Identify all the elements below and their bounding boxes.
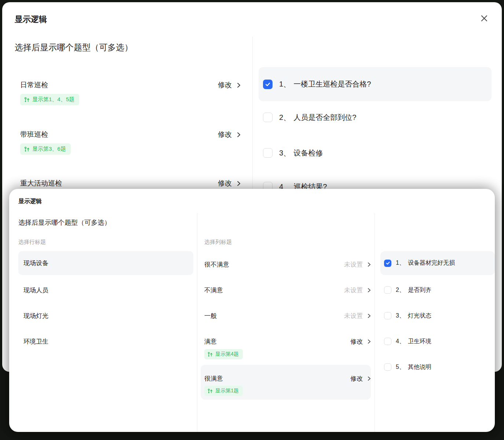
close-button[interactable]	[479, 13, 489, 23]
question-item[interactable]: 1、 一楼卫生巡检是否合格?	[263, 67, 371, 101]
unset-button[interactable]: 未设置	[344, 312, 371, 320]
question-number: 4、	[396, 338, 405, 345]
question-label: 5、 其他说明	[396, 363, 431, 371]
question-label: 1、 设备器材完好无损	[396, 259, 455, 267]
question-number: 3、	[279, 148, 291, 158]
question-text: 卫生环境	[408, 338, 431, 345]
question-label: 1、 一楼卫生巡检是否合格?	[279, 79, 371, 89]
question-item[interactable]: 2、 人员是否全部到位?	[263, 108, 356, 127]
col-item[interactable]: 不满意 未设置	[204, 285, 371, 295]
question-number: 2、	[396, 286, 405, 294]
dialog-title: 显示逻辑	[15, 14, 47, 25]
question-item[interactable]: 4、 卫生环境	[384, 336, 431, 346]
modify-button[interactable]: 修改	[350, 337, 371, 346]
question-label: 2、 人员是否全部到位?	[279, 113, 356, 122]
question-item[interactable]: 3、 设备检修	[263, 143, 323, 162]
chevron-right-icon	[237, 82, 241, 88]
column-divider	[197, 213, 197, 432]
unset-button[interactable]: 未设置	[344, 286, 371, 294]
display-logic-dialog-front: 显示逻辑 选择后显示哪个题型（可多选） 选择行标题 现场设备 现场人员 现场灯光…	[9, 189, 495, 432]
col-item[interactable]: 一般 未设置	[204, 311, 371, 321]
checkbox-unchecked[interactable]	[263, 113, 273, 122]
modify-button[interactable]: 修改	[218, 130, 241, 139]
branch-icon	[207, 388, 213, 394]
row-item[interactable]: 环境卫生	[23, 336, 48, 346]
chevron-right-icon	[237, 132, 241, 138]
logic-badge: 显示第1题	[204, 386, 243, 396]
col-item[interactable]: 满意 修改	[204, 336, 371, 346]
question-label: 2、 是否到齐	[396, 286, 431, 294]
badge-text: 显示第4题	[215, 351, 239, 358]
branch-icon	[207, 352, 213, 357]
unset-label: 未设置	[344, 260, 363, 269]
row-item-label: 环境卫生	[23, 337, 48, 346]
unset-button[interactable]: 未设置	[344, 260, 371, 269]
question-item[interactable]: 1、 设备器材完好无损	[384, 251, 455, 275]
row-item[interactable]: 现场人员	[23, 285, 48, 295]
row-item[interactable]: 现场灯光	[23, 311, 48, 321]
row-item-label: 现场灯光	[23, 312, 48, 320]
column-divider	[375, 213, 375, 432]
col-item[interactable]: 很不满意 未设置	[204, 259, 371, 270]
checkbox-unchecked[interactable]	[384, 312, 391, 319]
question-text: 灯光状态	[408, 312, 431, 320]
question-item[interactable]: 5、 其他说明	[384, 362, 431, 372]
question-number: 3、	[396, 312, 405, 320]
question-label: 3、 灯光状态	[396, 312, 431, 320]
chevron-right-icon	[237, 181, 241, 186]
modify-button[interactable]: 修改	[350, 374, 371, 383]
modify-label: 修改	[350, 374, 363, 383]
chevron-right-icon	[368, 262, 371, 267]
row-item-selected[interactable]: 现场设备	[18, 251, 193, 275]
badge-text: 显示第3、6题	[32, 146, 66, 153]
option-label: 带班巡检	[20, 130, 48, 139]
badge-text: 显示第1题	[215, 388, 239, 394]
chevron-right-icon	[368, 288, 371, 293]
question-text: 人员是否全部到位?	[293, 113, 356, 122]
col-item-selected[interactable]: 很满意 修改	[204, 373, 371, 384]
col-item-label: 很不满意	[204, 260, 229, 269]
modify-button[interactable]: 修改	[218, 179, 241, 188]
chevron-right-icon	[368, 339, 371, 344]
close-icon	[480, 14, 488, 22]
question-number: 1、	[396, 259, 405, 267]
col-item-label: 不满意	[204, 286, 223, 294]
branch-icon	[24, 97, 30, 103]
option-row[interactable]: 重大活动巡检 修改	[20, 178, 241, 188]
modify-button[interactable]: 修改	[218, 80, 241, 90]
checkbox-checked[interactable]	[384, 260, 391, 267]
question-label: 3、 设备检修	[279, 148, 323, 158]
option-label: 日常巡检	[20, 80, 48, 90]
checkbox-unchecked[interactable]	[384, 286, 391, 294]
row-item-label: 现场人员	[23, 286, 48, 294]
checkbox-unchecked[interactable]	[384, 338, 391, 345]
modify-label: 修改	[218, 130, 232, 139]
logic-badge: 显示第3、6题	[20, 143, 71, 155]
option-row[interactable]: 带班巡检 修改	[20, 129, 241, 140]
col-section-label: 选择列标题	[204, 239, 232, 246]
question-item[interactable]: 3、 灯光状态	[384, 311, 431, 321]
question-text: 设备器材完好无损	[408, 259, 455, 267]
option-label: 重大活动巡检	[20, 179, 62, 188]
modify-label: 修改	[218, 80, 232, 90]
modify-label: 修改	[350, 337, 363, 346]
question-text: 其他说明	[408, 363, 431, 371]
question-label: 4、 卫生环境	[396, 338, 431, 345]
branch-icon	[24, 146, 30, 152]
checkbox-unchecked[interactable]	[384, 363, 391, 371]
dialog-subtitle: 选择后显示哪个题型（可多选）	[15, 42, 133, 53]
dialog-title: 显示逻辑	[18, 198, 42, 205]
question-item[interactable]: 2、 是否到齐	[384, 285, 431, 295]
row-section-label: 选择行标题	[18, 239, 46, 246]
col-item-label: 一般	[204, 312, 217, 320]
checkbox-unchecked[interactable]	[263, 148, 273, 158]
checkbox-checked[interactable]	[263, 80, 273, 89]
badge-text: 显示第1、4、5题	[32, 96, 74, 103]
option-row[interactable]: 日常巡检 修改	[20, 80, 241, 90]
col-item-label: 满意	[204, 337, 217, 346]
logic-badge: 显示第1、4、5题	[20, 94, 79, 105]
modify-label: 修改	[218, 179, 232, 188]
screen-backdrop: 显示逻辑 选择后显示哪个题型（可多选） 日常巡检 修改	[0, 0, 504, 440]
question-text: 设备检修	[293, 148, 323, 158]
question-number: 1、	[279, 79, 291, 89]
